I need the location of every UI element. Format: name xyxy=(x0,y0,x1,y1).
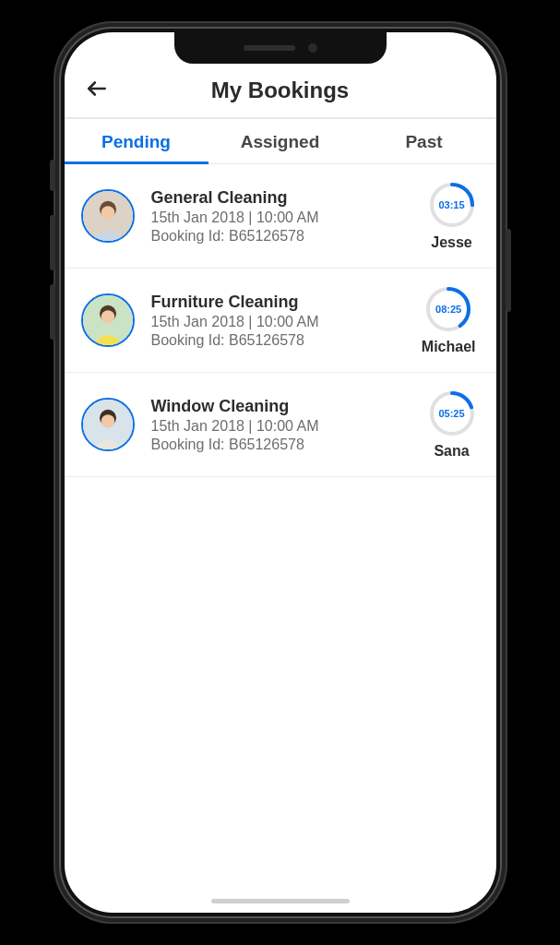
booking-info: Furniture Cleaning 15th Jan 2018 | 10:00… xyxy=(151,293,405,349)
booking-id: Booking Id: B65126578 xyxy=(151,437,411,453)
tab-label: Pending xyxy=(101,132,171,151)
page-title: My Bookings xyxy=(211,78,349,103)
app-root: My Bookings Pending Assigned Past xyxy=(65,32,496,913)
countdown-ring: 03:15 xyxy=(428,181,476,229)
provider-avatar xyxy=(81,398,135,451)
booking-row[interactable]: Window Cleaning 15th Jan 2018 | 10:00 AM… xyxy=(65,373,496,477)
booking-row[interactable]: General Cleaning 15th Jan 2018 | 10:00 A… xyxy=(65,164,496,269)
phone-bezel: My Bookings Pending Assigned Past xyxy=(59,27,502,918)
service-name: Window Cleaning xyxy=(151,397,411,416)
svg-point-7 xyxy=(101,310,113,323)
svg-point-12 xyxy=(101,414,113,427)
volume-up-button xyxy=(50,215,55,270)
booking-info: Window Cleaning 15th Jan 2018 | 10:00 AM… xyxy=(151,397,411,453)
booking-status: 03:15 Jesse xyxy=(428,181,476,251)
device-mockup-frame: My Bookings Pending Assigned Past xyxy=(0,0,560,945)
provider-avatar xyxy=(81,293,135,347)
tab-pending[interactable]: Pending xyxy=(65,119,209,163)
provider-name: Sana xyxy=(434,443,469,460)
countdown-time: 03:15 xyxy=(428,181,476,229)
booking-id: Booking Id: B65126578 xyxy=(151,332,405,349)
booking-datetime: 15th Jan 2018 | 10:00 AM xyxy=(151,209,411,226)
volume-down-button xyxy=(50,284,55,340)
booking-status: 08:25 Michael xyxy=(422,285,476,355)
power-button xyxy=(506,229,511,312)
service-name: General Cleaning xyxy=(151,188,411,208)
booking-list: General Cleaning 15th Jan 2018 | 10:00 A… xyxy=(65,164,496,913)
service-name: Furniture Cleaning xyxy=(151,293,405,312)
device-notch xyxy=(174,32,387,64)
booking-status: 05:25 Sana xyxy=(428,389,476,460)
tab-bar: Pending Assigned Past xyxy=(65,119,496,164)
mute-switch xyxy=(50,160,55,191)
tab-label: Past xyxy=(405,132,442,151)
phone-screen: My Bookings Pending Assigned Past xyxy=(65,32,496,913)
tab-label: Assigned xyxy=(241,132,320,151)
speaker-grille xyxy=(244,45,295,51)
countdown-ring: 08:25 xyxy=(424,285,472,333)
countdown-ring: 05:25 xyxy=(428,389,476,437)
countdown-time: 05:25 xyxy=(428,389,476,437)
booking-row[interactable]: Furniture Cleaning 15th Jan 2018 | 10:00… xyxy=(65,269,496,373)
tab-past[interactable]: Past xyxy=(352,119,496,163)
arrow-left-icon xyxy=(85,77,109,104)
booking-id: Booking Id: B65126578 xyxy=(151,228,411,245)
provider-name: Michael xyxy=(422,339,476,355)
booking-info: General Cleaning 15th Jan 2018 | 10:00 A… xyxy=(151,188,411,245)
booking-datetime: 15th Jan 2018 | 10:00 AM xyxy=(151,314,405,330)
phone-frame: My Bookings Pending Assigned Past xyxy=(54,21,507,924)
home-indicator xyxy=(211,899,350,903)
countdown-time: 08:25 xyxy=(424,285,472,333)
back-button[interactable] xyxy=(83,77,111,104)
tab-assigned[interactable]: Assigned xyxy=(209,119,352,163)
booking-datetime: 15th Jan 2018 | 10:00 AM xyxy=(151,418,411,435)
front-camera xyxy=(308,43,317,53)
provider-avatar xyxy=(81,189,135,243)
svg-point-2 xyxy=(101,206,113,219)
app-header: My Bookings xyxy=(65,64,496,119)
provider-name: Jesse xyxy=(431,234,472,251)
